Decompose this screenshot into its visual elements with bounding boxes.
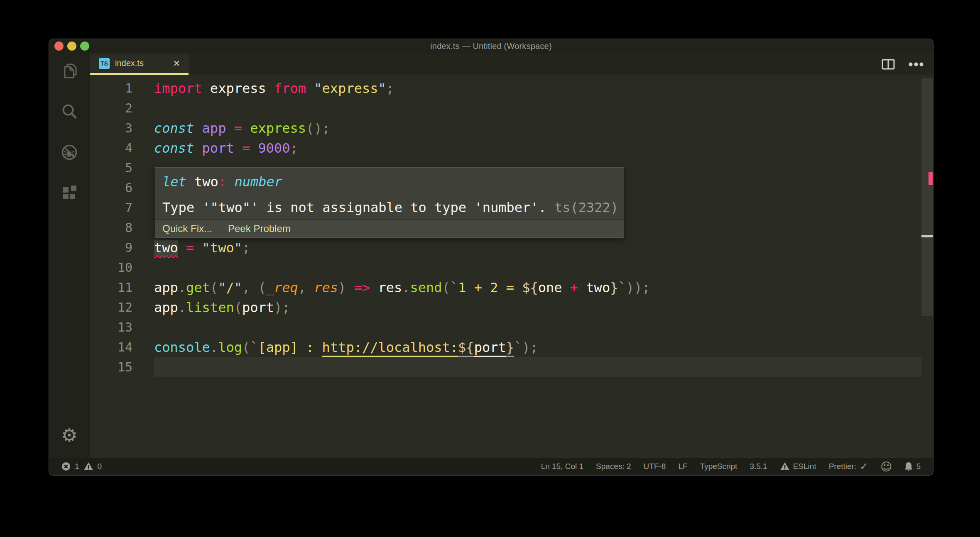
code-line[interactable]: 10 <box>90 258 933 278</box>
status-right: Ln 15, Col 1Spaces: 2UTF-8LFTypeScript3.… <box>541 461 921 472</box>
warning-count: 0 <box>98 462 102 471</box>
main-row: ⚙ TS index.ts ✕ <box>49 54 933 458</box>
code-token: " <box>218 280 226 295</box>
code-line[interactable]: 1import express from "express"; <box>90 78 933 98</box>
split-editor-icon[interactable] <box>882 59 895 70</box>
line-content[interactable]: app.get("/", (_req, res) => res.send(`1 … <box>154 278 921 298</box>
zoom-window-button[interactable] <box>80 41 89 51</box>
code-token: port <box>474 339 506 355</box>
code-line[interactable]: 2 <box>90 98 933 118</box>
code-token: " <box>378 81 386 96</box>
line-content[interactable]: app.listen(port); <box>154 298 921 317</box>
line-content[interactable] <box>154 258 921 278</box>
title-bar[interactable]: index.ts — Untitled (Workspace) <box>49 39 933 54</box>
code-line[interactable]: 14console.log(`[app] : http://localhost:… <box>90 337 933 357</box>
tab-index-ts[interactable]: TS index.ts ✕ <box>90 54 189 75</box>
current-line-content[interactable] <box>154 357 921 377</box>
code-token: number <box>234 174 282 190</box>
code-line[interactable]: 11app.get("/", (_req, res) => res.send(`… <box>90 278 933 298</box>
code-token: [app] : <box>258 339 322 355</box>
minimize-window-button[interactable] <box>67 41 76 51</box>
line-number[interactable]: 8 <box>90 218 132 238</box>
code-line[interactable]: 9two = "two"; <box>90 238 933 258</box>
line-content[interactable]: import express from "express"; <box>154 78 921 98</box>
code-token: , ( <box>242 280 266 295</box>
status-item[interactable]: LF <box>678 462 687 471</box>
scrollbar[interactable] <box>921 78 933 316</box>
status-item[interactable]: Ln 15, Col 1 <box>541 462 583 471</box>
editor-actions <box>882 54 933 75</box>
code-token: (); <box>306 120 330 136</box>
debug-icon[interactable] <box>59 142 79 162</box>
code-token: } <box>506 339 514 355</box>
code-token: / <box>226 280 234 295</box>
status-items: Ln 15, Col 1Spaces: 2UTF-8LFTypeScript3.… <box>541 462 767 471</box>
code-token: app <box>154 300 178 315</box>
code-token: ${ <box>522 280 538 295</box>
code-line[interactable]: 13 <box>90 317 933 337</box>
line-number[interactable]: 5 <box>90 158 132 178</box>
tab-close-icon[interactable]: ✕ <box>173 59 180 68</box>
line-content[interactable]: const port = 9000; <box>154 138 921 158</box>
line-number[interactable]: 10 <box>90 258 132 278</box>
problems-summary[interactable]: 1 0 <box>61 462 102 471</box>
line-content[interactable]: two = "two"; <box>154 238 921 258</box>
status-item[interactable]: UTF-8 <box>644 462 666 471</box>
hover-error-message: Type '"two"' is not assignable to type '… <box>155 196 624 220</box>
eslint-status[interactable]: ESLint <box>780 462 816 471</box>
code-line[interactable]: 15 <box>90 357 933 377</box>
line-number[interactable]: 4 <box>90 138 132 158</box>
error-hover-popup: let two: number Type '"two"' is not assi… <box>155 167 624 238</box>
code-token: ; <box>242 240 250 256</box>
code-token: } <box>610 280 618 295</box>
search-icon[interactable] <box>59 102 79 122</box>
code-token <box>250 140 258 156</box>
code-token: console <box>154 339 210 355</box>
code-token: ( <box>242 339 250 355</box>
line-number[interactable]: 15 <box>90 357 132 377</box>
scrollbar-cursor-marker <box>921 235 933 237</box>
eslint-warning-icon <box>780 462 790 471</box>
line-number[interactable]: 9 <box>90 238 132 258</box>
line-number[interactable]: 13 <box>90 317 132 337</box>
explorer-icon[interactable] <box>59 61 79 81</box>
line-content[interactable] <box>154 317 921 337</box>
settings-gear-icon[interactable]: ⚙ <box>59 425 79 445</box>
code-line[interactable]: 3const app = express(); <box>90 118 933 138</box>
code-token: " <box>314 81 322 96</box>
code-line[interactable]: 12app.listen(port); <box>90 298 933 317</box>
line-number[interactable]: 12 <box>90 298 132 317</box>
code-token: from <box>274 81 306 96</box>
status-item[interactable]: 3.5.1 <box>750 462 767 471</box>
line-number[interactable]: 3 <box>90 118 132 138</box>
line-number[interactable]: 6 <box>90 178 132 198</box>
line-number[interactable]: 11 <box>90 278 132 298</box>
status-item[interactable]: Spaces: 2 <box>596 462 631 471</box>
code-token: res <box>314 280 338 295</box>
line-content[interactable] <box>154 98 921 118</box>
code-token: ` <box>514 339 522 355</box>
line-content[interactable]: const app = express(); <box>154 118 921 138</box>
code-token: ` <box>618 280 626 295</box>
line-number[interactable]: 1 <box>90 78 132 98</box>
code-token: one <box>538 280 562 295</box>
code-line[interactable]: 4const port = 9000; <box>90 138 933 158</box>
feedback-smiley-icon[interactable]: ☺ <box>880 461 892 472</box>
code-token <box>226 174 234 190</box>
close-window-button[interactable] <box>54 41 64 51</box>
code-token: ); <box>522 339 538 355</box>
extensions-icon[interactable] <box>59 183 79 203</box>
quick-fix-link[interactable]: Quick Fix... <box>162 223 212 234</box>
line-content[interactable]: console.log(`[app] : http://localhost:${… <box>154 337 921 357</box>
status-item[interactable]: TypeScript <box>700 462 737 471</box>
screen: index.ts — Untitled (Workspace) <box>0 0 980 537</box>
more-actions-icon[interactable] <box>908 62 924 67</box>
line-number[interactable]: 7 <box>90 198 132 218</box>
line-number[interactable]: 14 <box>90 337 132 357</box>
code-editor[interactable]: 1import express from "express";23const a… <box>90 75 933 458</box>
prettier-status[interactable]: Prettier: ✓ <box>829 461 868 471</box>
line-number[interactable]: 2 <box>90 98 132 118</box>
hover-actions: Quick Fix... Peek Problem <box>155 220 624 237</box>
notifications-status[interactable]: 5 <box>904 462 921 471</box>
peek-problem-link[interactable]: Peek Problem <box>228 223 291 234</box>
